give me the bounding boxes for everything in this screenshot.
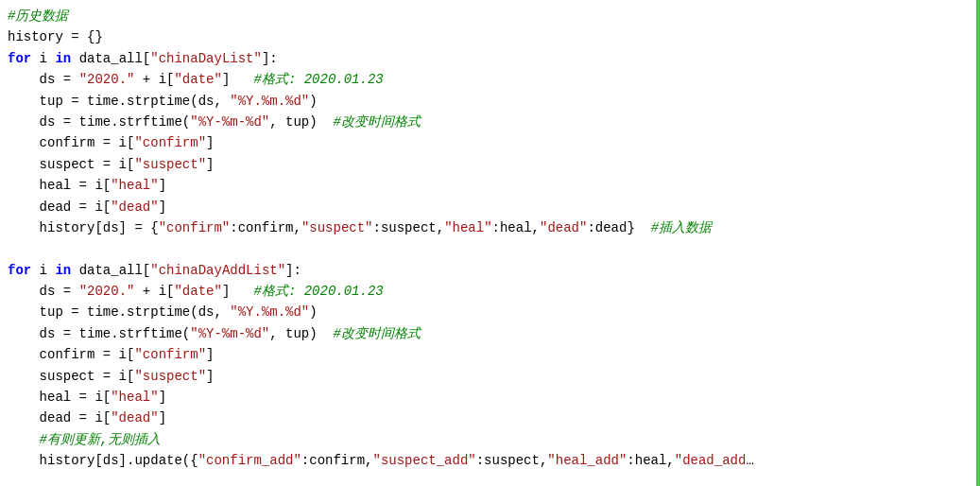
code-line: heal = i["heal"] [0, 387, 980, 408]
code-line: history = {} [0, 26, 980, 47]
code-line: ds = time.strftime("%Y-%m-%d", tup) #改变时… [0, 323, 980, 344]
code-line: tup = time.strptime(ds, "%Y.%m.%d") [0, 302, 980, 322]
code-line: suspect = i["suspect"] [0, 366, 980, 387]
code-line: history[ds] = {"confirm":confirm,"suspec… [0, 217, 980, 238]
code-line: for i in data_all["chinaDayList"]: [0, 48, 980, 69]
code-line: #历史数据 [0, 6, 980, 26]
code-line: confirm = i["confirm"] [0, 132, 980, 153]
code-line: dead = i["dead"] [0, 408, 980, 428]
code-line: #有则更新,无则插入 [0, 429, 980, 450]
code-line: ds = "2020." + i["date"] #格式: 2020.01.23 [0, 69, 980, 90]
code-line: ds = time.strftime("%Y-%m-%d", tup) #改变时… [0, 112, 980, 132]
code-line: tup = time.strptime(ds, "%Y.%m.%d") [0, 91, 980, 112]
code-line: dead = i["dead"] [0, 197, 980, 217]
code-line: heal = i["heal"] [0, 175, 980, 196]
code-line: history[ds].update({"confirm_add":confir… [0, 450, 980, 471]
code-line [0, 238, 980, 259]
code-line: suspect = i["suspect"] [0, 154, 980, 175]
code-line: for i in data_all["chinaDayAddList"]: [0, 260, 980, 281]
code-line: confirm = i["confirm"] [0, 344, 980, 365]
code-editor: #历史数据history = {}for i in data_all["chin… [0, 0, 980, 486]
code-line: ds = "2020." + i["date"] #格式: 2020.01.23 [0, 281, 980, 302]
